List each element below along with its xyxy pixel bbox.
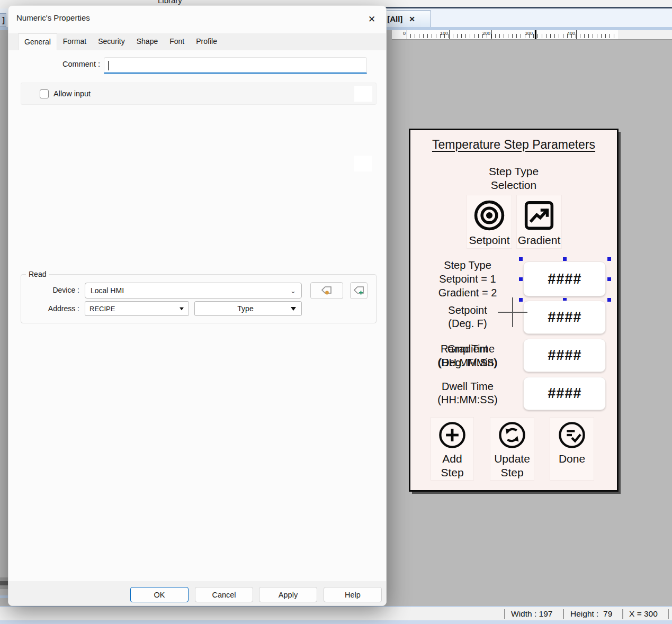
tab-shape[interactable]: Shape: [131, 33, 164, 50]
selection-handle[interactable]: [519, 257, 523, 261]
ruler-tick-300: 300: [514, 31, 533, 36]
panel-title: Temperature Step Parameters: [410, 138, 617, 152]
allow-input-checkbox[interactable]: [40, 89, 49, 98]
setpoint-deg-label: Setpoint (Deg. F): [415, 304, 521, 330]
selection-handle[interactable]: [563, 257, 567, 261]
ramp-gradient-numeric-field[interactable]: ####: [523, 339, 606, 372]
step-type-selection-heading: Step Type Selection: [410, 165, 617, 192]
cancel-button[interactable]: Cancel: [195, 587, 253, 602]
white-chip: [354, 156, 372, 171]
step-type-numeric-field[interactable]: ####: [523, 261, 606, 296]
comment-input[interactable]: [104, 57, 367, 74]
application-window: Library t [All] ✕ ] 0 100 200 300 400 Te…: [0, 0, 672, 624]
tag-add-icon: [353, 285, 365, 296]
tab-security[interactable]: Security: [92, 33, 131, 50]
gradient-trend-icon: [523, 199, 555, 232]
crosshair-cursor: [512, 297, 513, 327]
device-label: Device :: [26, 286, 79, 294]
selection-handle[interactable]: [519, 298, 523, 302]
horizontal-ruler: 0 100 200 300 400: [392, 30, 618, 40]
add-tag-button[interactable]: [350, 282, 368, 299]
add-step-plus-icon: [437, 420, 467, 450]
setpoint-numeric-field[interactable]: ####: [523, 301, 606, 334]
setpoint-button[interactable]: Setpoint: [467, 195, 512, 249]
status-height: Height : 79: [570, 609, 612, 619]
apply-button[interactable]: Apply: [259, 587, 317, 602]
tag-icon: [321, 285, 333, 296]
text-caret: [108, 61, 109, 70]
ruler-extension: [618, 30, 672, 40]
gradient-button[interactable]: Gradient: [516, 195, 562, 249]
allow-input-label: Allow input: [53, 89, 91, 98]
allow-input-row: Allow input: [21, 83, 377, 105]
partial-tab-fragment[interactable]: ]: [0, 13, 6, 27]
ok-button[interactable]: OK: [130, 587, 189, 602]
chevron-down-icon: ⌄: [290, 287, 296, 295]
dropdown-arrow-icon: [180, 307, 184, 310]
ruler-tick-200: 200: [471, 31, 490, 36]
setpoint-target-icon: [473, 199, 506, 232]
tab-format[interactable]: Format: [57, 33, 92, 50]
update-step-button[interactable]: Update Step: [490, 417, 534, 481]
ruler-cursor-marker: [535, 30, 536, 39]
help-button[interactable]: Help: [324, 587, 382, 602]
read-group: Read Device : Local HMI ⌄ Address :: [21, 274, 377, 323]
close-icon[interactable]: ✕: [364, 11, 380, 27]
status-width: Width : 197: [511, 609, 552, 619]
status-bar: Width : 197 Height : 79 X = 300: [0, 606, 672, 620]
read-group-legend: Read: [26, 270, 49, 278]
taskbar-edge: [0, 620, 672, 624]
white-chip: [354, 86, 372, 102]
selection-handle[interactable]: [607, 257, 611, 261]
address-combo[interactable]: RECIPE: [85, 301, 189, 316]
tab-general[interactable]: General: [18, 33, 57, 50]
numeric-properties-dialog: Numeric's Properties ✕ General Format Se…: [8, 5, 387, 606]
device-select[interactable]: Local HMI ⌄: [85, 283, 302, 299]
comment-label: Comment :: [42, 60, 100, 68]
done-checklist-icon: [557, 420, 587, 450]
status-x: X = 300: [629, 609, 658, 619]
ruler-tick-400: 400: [556, 31, 575, 36]
ruler-tick-100: 100: [429, 31, 448, 36]
type-combo[interactable]: Type: [194, 301, 302, 316]
tab-profile[interactable]: Profile: [190, 33, 223, 50]
selection-handle[interactable]: [607, 298, 611, 302]
dropdown-arrow-icon: [291, 307, 296, 311]
library-group-label: Library: [158, 0, 182, 5]
dwell-time-label: Dwell Time (HH:MM:SS): [415, 380, 521, 406]
address-label: Address :: [26, 304, 79, 313]
tab-font[interactable]: Font: [164, 33, 190, 50]
tab-close-icon[interactable]: ✕: [409, 15, 415, 23]
update-refresh-icon: [497, 420, 527, 450]
overlapping-labels: Ramp Time (HH:MM:SS) Gradient (Deg. F/Mi…: [415, 342, 521, 369]
tag-library-button[interactable]: [310, 282, 343, 299]
gradient-overlap-label: Gradient (Deg. F/Min): [415, 342, 521, 369]
add-step-button[interactable]: Add Step: [431, 417, 474, 481]
temperature-step-parameters-panel[interactable]: Temperature Step Parameters Step Type Se…: [409, 129, 619, 492]
step-type-label: Step Type Setpoint = 1 Gradient = 2: [415, 258, 521, 300]
done-button[interactable]: Done: [550, 417, 594, 481]
selection-handle[interactable]: [607, 277, 611, 281]
dialog-title: Numeric's Properties: [16, 13, 90, 22]
dwell-numeric-field[interactable]: ####: [523, 377, 606, 410]
selection-handle[interactable]: [519, 277, 523, 281]
dialog-tab-strip: General Format Security Shape Font Profi…: [8, 33, 386, 50]
ruler-tick-0: 0: [392, 31, 406, 36]
